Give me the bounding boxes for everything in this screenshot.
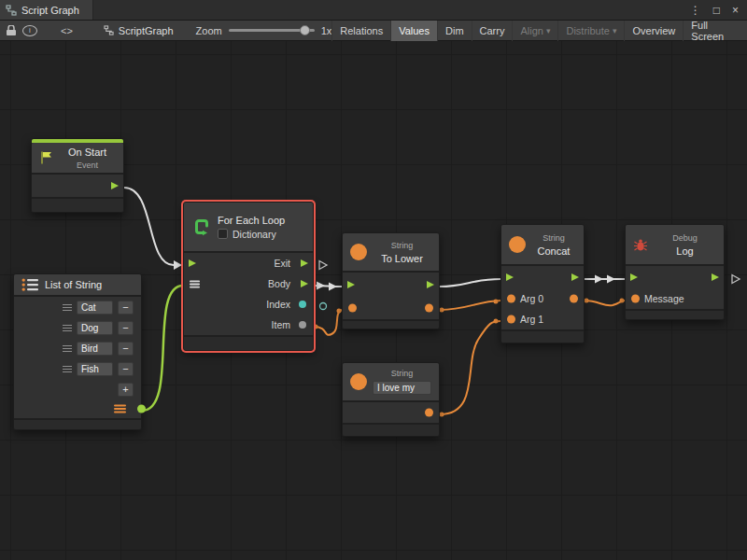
- list-icon: [21, 278, 39, 291]
- node-footer: [343, 319, 439, 329]
- string-value-input[interactable]: [373, 381, 431, 395]
- flow-input-port[interactable]: [506, 273, 514, 281]
- window-menu-icon[interactable]: ⋮: [690, 5, 701, 16]
- flow-input-port[interactable]: [189, 259, 196, 267]
- checkbox-label: Dictionary: [233, 229, 276, 240]
- titlebar: Script Graph ⋮ □ ×: [0, 0, 747, 21]
- arg1-input-port[interactable]: [507, 315, 515, 324]
- list-input-port[interactable]: [190, 280, 200, 288]
- toolbar-button-values[interactable]: Values: [390, 21, 437, 41]
- arg0-input-port[interactable]: [507, 295, 515, 303]
- zoom-slider[interactable]: [229, 29, 315, 32]
- zoom-control: Zoom 1x: [196, 25, 332, 36]
- toolbar-button-carry[interactable]: Carry: [472, 21, 513, 41]
- flow-output-port[interactable]: [427, 281, 434, 288]
- string-type-icon: [350, 244, 367, 260]
- zoom-slider-knob[interactable]: [300, 25, 310, 35]
- checkbox-icon[interactable]: [218, 229, 228, 239]
- flow-output-port[interactable]: [712, 273, 719, 281]
- node-list-of-string[interactable]: List of String − − − −: [13, 273, 142, 430]
- port-row: [32, 175, 123, 197]
- list-item-input[interactable]: [77, 301, 113, 315]
- remove-item-button[interactable]: −: [118, 362, 134, 376]
- node-header[interactable]: Debug Log: [626, 225, 724, 266]
- tab-script-graph[interactable]: Script Graph: [0, 0, 93, 20]
- flow-input-port[interactable]: [630, 273, 638, 281]
- node-debug-log[interactable]: Debug Log Message: [625, 224, 725, 320]
- toolbar-button-relations[interactable]: Relations: [331, 21, 390, 41]
- node-title: Concat: [538, 245, 571, 257]
- node-for-each-loop[interactable]: For Each Loop Dictionary Exit Body: [183, 202, 314, 351]
- port-row: Exit: [184, 253, 313, 273]
- node-header[interactable]: On Start Event: [32, 143, 123, 175]
- string-output-port[interactable]: [425, 304, 433, 313]
- port-label-message: Message: [644, 293, 684, 304]
- toolbar-button-align[interactable]: Align: [512, 21, 557, 41]
- node-header[interactable]: For Each Loop Dictionary: [184, 203, 313, 253]
- toolbar-button-dim[interactable]: Dim: [437, 21, 472, 41]
- remove-item-button[interactable]: −: [118, 342, 134, 356]
- node-footer: [184, 335, 313, 350]
- port-row: [626, 266, 724, 288]
- list-output-port[interactable]: [137, 405, 146, 413]
- node-concat[interactable]: String Concat Arg 0 Arg 1: [500, 224, 585, 343]
- string-input-port[interactable]: [348, 304, 357, 313]
- node-string-literal[interactable]: String: [342, 362, 440, 437]
- breadcrumb[interactable]: ScriptGraph: [104, 25, 174, 36]
- toolbar-button-overview[interactable]: Overview: [624, 21, 683, 41]
- node-on-start[interactable]: On Start Event: [31, 138, 124, 213]
- drag-handle-icon[interactable]: [63, 304, 72, 311]
- add-item-button[interactable]: +: [118, 383, 134, 397]
- index-output-port[interactable]: [299, 301, 306, 308]
- port-label-index: Index: [266, 299, 290, 310]
- body-output-port[interactable]: [301, 280, 308, 287]
- port-row: Item: [184, 315, 313, 335]
- list-item-row: −: [14, 317, 141, 338]
- graph-breadcrumb-icon: [104, 25, 114, 35]
- flow-output-port[interactable]: [111, 182, 119, 189]
- node-title: To Lower: [381, 253, 423, 264]
- list-item-input[interactable]: [77, 321, 113, 335]
- node-to-lower[interactable]: String To Lower: [342, 232, 440, 329]
- flag-icon: [39, 150, 53, 165]
- zoom-value: 1x: [321, 25, 332, 36]
- drag-handle-icon[interactable]: [63, 345, 72, 352]
- maximize-icon[interactable]: □: [713, 5, 720, 16]
- port-row: [343, 273, 439, 297]
- drag-handle-icon[interactable]: [63, 325, 72, 331]
- toolbar-button-fullscreen[interactable]: Full Screen: [683, 21, 747, 41]
- port-row: [501, 266, 584, 288]
- list-item-row: −: [14, 338, 141, 358]
- toolbar-button-distribute[interactable]: Distribute: [557, 21, 624, 41]
- port-row: [343, 297, 439, 319]
- item-output-port[interactable]: [299, 321, 306, 329]
- list-output-icon: [114, 404, 126, 413]
- flow-output-port[interactable]: [571, 273, 579, 281]
- message-input-port[interactable]: [631, 295, 640, 303]
- remove-item-button[interactable]: −: [118, 301, 134, 315]
- node-title: On Start: [68, 147, 106, 158]
- exit-output-port[interactable]: [301, 259, 308, 267]
- node-header[interactable]: String To Lower: [343, 233, 439, 273]
- node-category: String: [391, 369, 414, 378]
- string-output-port[interactable]: [425, 409, 433, 417]
- port-row: Arg 0: [501, 288, 584, 309]
- node-footer: [32, 197, 123, 212]
- remove-item-button[interactable]: −: [118, 321, 134, 335]
- port-row: [343, 402, 439, 423]
- info-icon[interactable]: [22, 25, 37, 36]
- toolbar: <> ScriptGraph Zoom 1x Relations Values …: [0, 21, 747, 41]
- code-link-icon[interactable]: <>: [54, 25, 79, 36]
- node-header[interactable]: String: [343, 363, 439, 402]
- list-item-input[interactable]: [77, 362, 113, 376]
- result-output-port[interactable]: [570, 295, 578, 303]
- node-header[interactable]: String Concat: [501, 225, 584, 266]
- node-header[interactable]: List of String: [14, 274, 141, 297]
- lock-icon[interactable]: [0, 25, 22, 35]
- drag-handle-icon[interactable]: [63, 366, 72, 372]
- close-icon[interactable]: ×: [732, 5, 739, 16]
- list-add-row: +: [14, 379, 141, 399]
- list-item-input[interactable]: [77, 342, 113, 356]
- string-type-icon: [350, 373, 367, 390]
- flow-input-port[interactable]: [347, 281, 355, 288]
